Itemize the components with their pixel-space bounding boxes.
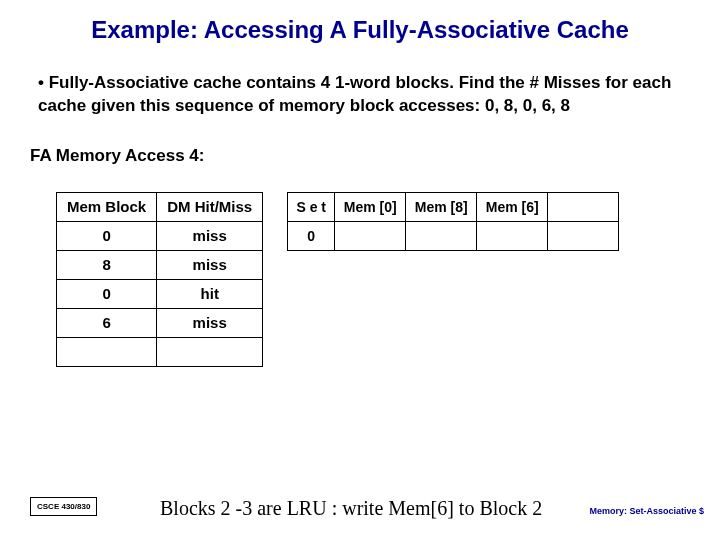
cell-empty xyxy=(335,221,406,250)
th-mem6: Mem [6] xyxy=(477,192,548,221)
slide-title: Example: Accessing A Fully-Associative C… xyxy=(30,16,690,44)
cell: 0 xyxy=(288,221,335,250)
access-heading: FA Memory Access 4: xyxy=(30,146,690,166)
th-memblock: Mem Block xyxy=(57,192,157,221)
cell: miss xyxy=(157,250,263,279)
cell: 8 xyxy=(57,250,157,279)
cell-empty xyxy=(57,337,157,366)
cell: 0 xyxy=(57,279,157,308)
cell: hit xyxy=(157,279,263,308)
th-hitmiss: DM Hit/Miss xyxy=(157,192,263,221)
th-set: S e t xyxy=(288,192,335,221)
conclusion-text: Blocks 2 -3 are LRU : write Mem[6] to Bl… xyxy=(160,497,542,520)
cell: 6 xyxy=(57,308,157,337)
cell-empty xyxy=(157,337,263,366)
th-mem8: Mem [8] xyxy=(406,192,477,221)
cell: 0 xyxy=(57,221,157,250)
problem-statement: Fully-Associative cache contains 4 1-wor… xyxy=(38,72,690,118)
access-table: Mem Block DM Hit/Miss 0 miss 8 miss 0 hi… xyxy=(56,192,263,367)
cache-state-table: S e t Mem [0] Mem [8] Mem [6] 0 xyxy=(287,192,619,251)
cell: miss xyxy=(157,308,263,337)
course-code: CSCE 430/830 xyxy=(30,497,97,516)
th-empty xyxy=(548,192,619,221)
cell-empty xyxy=(406,221,477,250)
cell-empty xyxy=(548,221,619,250)
cell: miss xyxy=(157,221,263,250)
right-footer: Memory: Set-Associative $ xyxy=(589,506,704,516)
th-mem0: Mem [0] xyxy=(335,192,406,221)
cell-empty xyxy=(477,221,548,250)
